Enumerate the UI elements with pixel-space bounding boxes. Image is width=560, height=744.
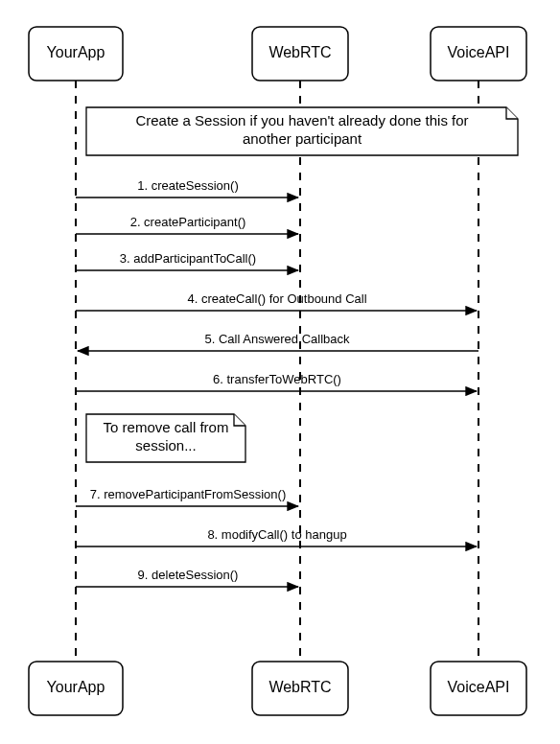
participant-voiceapi-top: VoiceAPI [431,27,526,81]
participant-yourapp-bottom: YourApp [29,662,123,715]
sequence-diagram: YourApp WebRTC VoiceAPI Create a Session… [0,0,560,744]
msg-1: 1. createSession() [76,178,298,198]
note-text-line: another participant [243,130,362,147]
participant-voiceapi-bottom: VoiceAPI [431,662,526,715]
svg-text:1. createSession(): 1. createSession() [137,178,239,193]
participant-yourapp-top: YourApp [29,27,123,81]
msg-8: 8. modifyCall() to hangup [76,527,477,546]
svg-text:2. createParticipant(): 2. createParticipant() [130,215,246,229]
participant-label: YourApp [47,679,105,695]
svg-text:4. createCall() for Outbound C: 4. createCall() for Outbound Call [187,291,366,306]
participant-label: WebRTC [268,44,331,60]
msg-3: 3. addParticipantToCall() [76,251,298,270]
note-text-line: session... [135,437,196,453]
participant-label: WebRTC [268,679,331,695]
msg-4: 4. createCall() for Outbound Call [76,291,477,311]
msg-6: 6. transferToWebRTC() [76,372,477,391]
note-remove-call: To remove call from session... [86,414,245,462]
msg-2: 2. createParticipant() [76,215,298,234]
note-create-session: Create a Session if you haven't already … [86,107,518,155]
svg-text:3. addParticipantToCall(): 3. addParticipantToCall() [120,251,256,266]
note-text-line: Create a Session if you haven't already … [135,112,468,128]
participant-webrtc-top: WebRTC [252,27,348,81]
svg-text:9. deleteSession(): 9. deleteSession() [138,568,239,582]
msg-7: 7. removeParticipantFromSession() [76,487,298,506]
participant-label: VoiceAPI [448,44,510,60]
note-text-line: To remove call from [104,419,229,435]
participant-label: VoiceAPI [448,679,510,695]
msg-5: 5. Call Answered Callback [78,332,478,351]
svg-text:8. modifyCall() to hangup: 8. modifyCall() to hangup [207,527,346,542]
svg-text:6. transferToWebRTC(): 6. transferToWebRTC() [213,372,341,386]
participant-label: YourApp [47,44,105,60]
svg-text:5. Call Answered Callback: 5. Call Answered Callback [204,332,350,346]
svg-text:7. removeParticipantFromSessio: 7. removeParticipantFromSession() [90,487,286,501]
participant-webrtc-bottom: WebRTC [252,662,348,715]
msg-9: 9. deleteSession() [76,568,298,587]
